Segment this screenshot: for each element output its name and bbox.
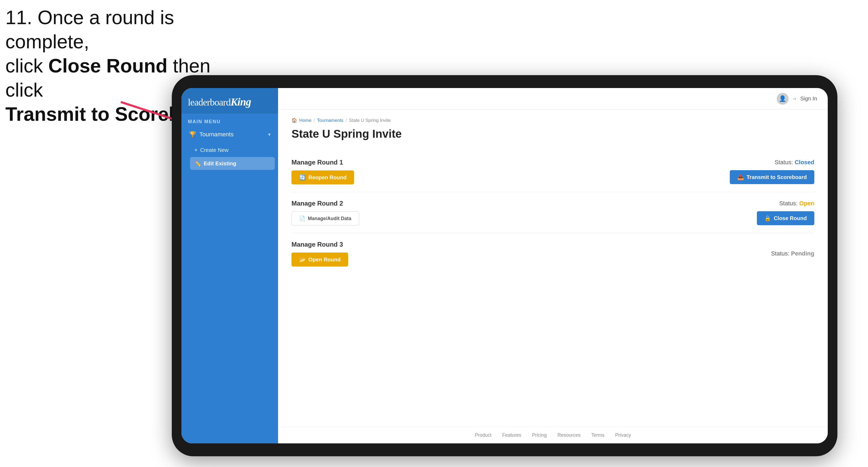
sign-in-label: Sign In (800, 96, 817, 102)
instruction-line1: 11. Once a round is complete, (5, 5, 247, 54)
document-icon: 📄 (299, 216, 305, 221)
round-1-status-value: Closed (795, 159, 814, 165)
open-round-label: Open Round (308, 257, 341, 263)
transmit-to-scoreboard-button[interactable]: 📤 Transmit to Scoreboard (730, 170, 814, 184)
sidebar-tournaments-label: Tournaments (199, 131, 234, 138)
logo: leaderboardKing (188, 96, 272, 108)
round-2-status: Status: Open (779, 200, 814, 207)
round-3-label: Manage Round 3 (291, 241, 348, 248)
main-content: 👤 → Sign In 🏠 Home / Tournaments / (278, 88, 828, 443)
user-icon: 👤 (779, 95, 786, 102)
manage-audit-data-button[interactable]: 📄 Manage/Audit Data (291, 212, 359, 225)
footer-privacy[interactable]: Privacy (615, 432, 631, 438)
signin-arrow-icon: → (792, 96, 797, 102)
round-3-status: Status: Pending (771, 250, 814, 257)
round-1-status: Status: Closed (775, 159, 814, 166)
transmit-scoreboard-label: Transmit to Scoreboard (747, 174, 807, 180)
sidebar-submenu: + Create New ✏️ Edit Existing (185, 143, 275, 172)
reopen-round-label: Reopen Round (308, 175, 346, 181)
round-2-label: Manage Round 2 (291, 200, 359, 207)
footer-product[interactable]: Product (475, 432, 491, 438)
edit-icon: ✏️ (194, 160, 201, 167)
content-body: 🏠 Home / Tournaments / State U Spring In… (278, 110, 828, 427)
app-footer: Product Features Pricing Resources Terms… (278, 427, 828, 443)
close-round-label: Close Round (774, 215, 807, 221)
sidebar-item-edit-existing[interactable]: ✏️ Edit Existing (190, 157, 275, 170)
tablet-screen: leaderboardKing MAIN MENU 🏆 Tournaments (181, 88, 828, 443)
round-2-section: Manage Round 2 📄 Manage/Audit Data Statu… (291, 192, 814, 233)
app-layout: leaderboardKing MAIN MENU 🏆 Tournaments (181, 88, 828, 443)
round-3-status-value: Pending (791, 250, 814, 257)
close-round-button[interactable]: 🔒 Close Round (757, 211, 814, 225)
send-icon: 📤 (737, 174, 744, 180)
round-3-section: Manage Round 3 📂 Open Round Status: Pend… (291, 233, 814, 274)
lock-icon: 🔒 (765, 215, 771, 221)
top-nav: 👤 → Sign In (278, 88, 828, 110)
footer-resources[interactable]: Resources (557, 432, 581, 438)
tablet-frame: leaderboardKing MAIN MENU 🏆 Tournaments (172, 75, 837, 456)
sidebar-item-create-new[interactable]: + Create New (190, 144, 275, 156)
logo-leaderboard: leaderboard (188, 97, 230, 107)
round-2-status-value: Open (799, 200, 814, 207)
sidebar-nav: 🏆 Tournaments + Create New ✏️ Edit Exist… (181, 127, 278, 172)
open-round-button[interactable]: 📂 Open Round (291, 253, 348, 267)
breadcrumb-home[interactable]: Home (299, 118, 311, 123)
plus-icon: + (194, 147, 197, 153)
main-menu-label: MAIN MENU (181, 114, 278, 127)
create-new-label: Create New (200, 147, 229, 153)
edit-existing-label: Edit Existing (204, 160, 236, 167)
manage-audit-label: Manage/Audit Data (308, 216, 351, 221)
sidebar-item-tournaments[interactable]: 🏆 Tournaments (185, 127, 275, 142)
logo-king: King (230, 96, 251, 108)
round-1-label: Manage Round 1 (291, 159, 354, 166)
logo-area: leaderboardKing (181, 88, 278, 114)
open-icon: 📂 (299, 256, 306, 263)
round-1-section: Manage Round 1 🔄 Reopen Round Status: Cl… (291, 151, 814, 192)
sign-in-area[interactable]: 👤 → Sign In (777, 93, 817, 105)
footer-pricing[interactable]: Pricing (532, 432, 547, 438)
trophy-icon: 🏆 (189, 131, 196, 138)
home-icon: 🏠 (291, 118, 297, 123)
breadcrumb: 🏠 Home / Tournaments / State U Spring In… (291, 118, 814, 123)
footer-terms[interactable]: Terms (591, 432, 604, 438)
avatar: 👤 (777, 93, 788, 105)
page-title: State U Spring Invite (291, 127, 814, 141)
sidebar: leaderboardKing MAIN MENU 🏆 Tournaments (181, 88, 278, 443)
chevron-down-icon (268, 131, 271, 137)
breadcrumb-tournaments[interactable]: Tournaments (317, 118, 343, 123)
footer-features[interactable]: Features (502, 432, 521, 438)
reopen-round-button[interactable]: 🔄 Reopen Round (291, 170, 354, 184)
refresh-icon: 🔄 (299, 174, 306, 181)
breadcrumb-current: State U Spring Invite (349, 118, 391, 123)
